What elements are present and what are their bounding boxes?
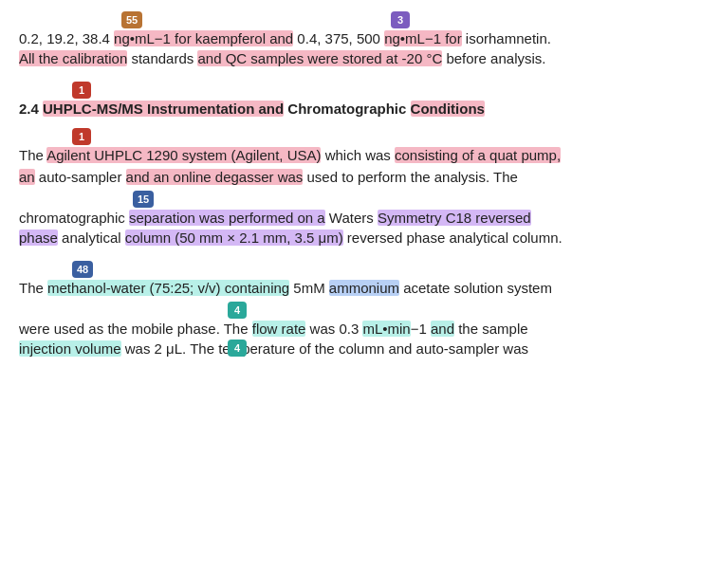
agilent-mid: which was — [321, 147, 395, 163]
agilent-line3: 15 chromatographic separation was perfor… — [19, 189, 682, 226]
used-pre: were used as the mobile phase. The — [19, 321, 252, 337]
agilent-line2: an auto-sampler and an online degasser w… — [19, 169, 682, 185]
methanol-line3: injection volume was 2 μL. The temperatu… — [19, 340, 682, 376]
injection-hl: injection volume — [19, 340, 121, 357]
line2-end: before analysis. — [442, 50, 545, 66]
methanol-pre: The — [19, 280, 47, 296]
phase-mid: analytical — [58, 230, 125, 246]
agilent-line2-end: used to perform the analysis. The — [303, 169, 518, 185]
agilent-degasser-hl: and an online degasser was — [126, 169, 304, 185]
line2-row: All the calibration standards and QC sam… — [19, 50, 682, 66]
badge-3: 3 — [391, 11, 410, 28]
flowrate-mid: was 0.3 — [305, 321, 362, 337]
badge-55: 55 — [121, 11, 142, 28]
section-hl1: UHPLC-MS/MS Instrumentation and — [43, 101, 284, 117]
column-hl: column (50 mm × 2.1 mm, 3.5 μm) — [125, 230, 343, 246]
badge-4b: 4 — [228, 340, 247, 357]
methanol-line2: 4 were used as the mobile phase. The flo… — [19, 300, 682, 337]
flowrate-hl: flow rate — [252, 321, 306, 337]
agilent-auto: auto-sampler — [35, 169, 126, 185]
agilent-para: 1 The Agilent UHPLC 1290 system (Agilent… — [19, 126, 682, 163]
section-label: 2.4 — [19, 101, 43, 117]
flowrate-end: the sample — [454, 321, 528, 337]
line2-mid: standards — [127, 50, 197, 66]
section-hl2: Conditions — [411, 101, 485, 117]
chromato-pre: chromatographic — [19, 210, 129, 226]
methanol-end: acetate solution system — [399, 280, 552, 296]
line1-hl2: ng•mL−1 for — [384, 30, 462, 46]
agilent-line4: phase analytical column (50 mm × 2.1 mm,… — [19, 230, 682, 246]
section-24: 1 2.4 UHPLC-MS/MS Instrumentation and Ch… — [19, 80, 682, 117]
chromato-mid: Waters — [325, 210, 378, 226]
line2-hl1: All the calibration — [19, 50, 127, 66]
phase-end: reversed phase analytical column. — [343, 230, 563, 246]
badge-4a: 4 — [228, 302, 247, 319]
flowrate-mid2: −1 — [411, 321, 431, 337]
badge-48: 48 — [72, 261, 93, 278]
line1-mid: 0.4, 375, 500 — [293, 30, 384, 46]
section-mid: Chromatographic — [284, 101, 410, 117]
agilent-an-hl: an — [19, 169, 35, 185]
ammonium-hl: ammonium — [329, 280, 399, 296]
badge-1-section: 1 — [72, 82, 91, 99]
line2-hl2: and QC samples were stored at -20 °C — [197, 50, 442, 66]
agilent-hl1: Agilent UHPLC 1290 system (Agilent, USA) — [46, 147, 321, 163]
methanol-line1: 48 The methanol-water (75:25; v/v) conta… — [19, 259, 682, 296]
phase-hl: phase — [19, 230, 58, 246]
and-hl: and — [431, 321, 454, 337]
agilent-pre: The — [19, 147, 46, 163]
badge-15: 15 — [133, 191, 154, 208]
chromato-hl2: Symmetry C18 reversed — [378, 210, 531, 226]
document-content: 55 3 0.2, 19.2, 38.4 ng•mL−1 for kaempfe… — [19, 9, 682, 376]
agilent-hl2: consisting of a quat pump, — [395, 147, 561, 163]
mlmin-hl: mL•min — [362, 321, 410, 337]
line1-row: 55 3 0.2, 19.2, 38.4 ng•mL−1 for kaempfe… — [19, 9, 682, 46]
line1-hl1: ng•mL−1 for kaempferol and — [114, 30, 293, 46]
line1-end: isorhamnetin. — [462, 30, 551, 46]
injection-mid: was 2 μL. The temperature of the column … — [121, 340, 528, 357]
chromato-hl1: separation was performed on a — [129, 210, 325, 226]
badge-1-agilent: 1 — [72, 128, 91, 145]
methanol-hl1: methanol-water (75:25; v/v) containing — [47, 280, 289, 296]
methanol-mid: 5mM — [289, 280, 329, 296]
line1-pre: 0.2, 19.2, 38.4 — [19, 30, 114, 46]
